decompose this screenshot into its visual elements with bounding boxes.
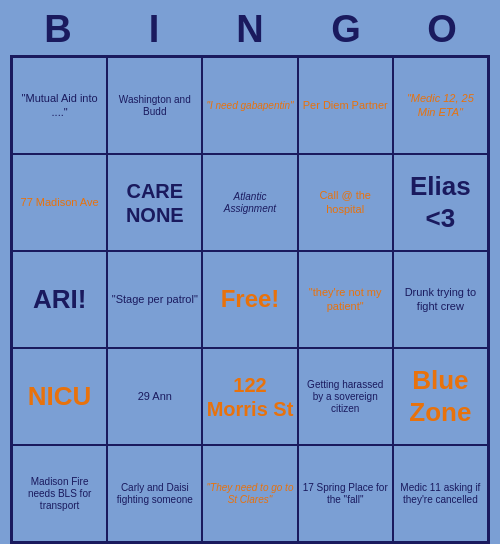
bingo-cell: Washington and Budd — [107, 57, 202, 154]
title-letter: B — [28, 8, 88, 51]
title-letter: I — [124, 8, 184, 51]
bingo-cell: Medic 11 asking if they're cancelled — [393, 445, 488, 542]
bingo-cell: Per Diem Partner — [298, 57, 393, 154]
bingo-cell: ARI! — [12, 251, 107, 348]
bingo-cell: 77 Madison Ave — [12, 154, 107, 251]
bingo-cell: "I need gabapentin" — [202, 57, 297, 154]
title-letter: O — [412, 8, 472, 51]
bingo-cell: "They need to go to St Clares" — [202, 445, 297, 542]
bingo-cell: Atlantic Assignment — [202, 154, 297, 251]
bingo-title: BINGO — [10, 0, 490, 55]
bingo-cell: NICU — [12, 348, 107, 445]
bingo-cell: Carly and Daisi fighting someone — [107, 445, 202, 542]
bingo-cell: "Medic 12, 25 Min ETA" — [393, 57, 488, 154]
bingo-grid: "Mutual Aid into ...."Washington and Bud… — [10, 55, 490, 544]
bingo-cell: 29 Ann — [107, 348, 202, 445]
bingo-cell: CARE NONE — [107, 154, 202, 251]
bingo-cell: Elias <3 — [393, 154, 488, 251]
bingo-cell: Getting harassed by a sovereign citizen — [298, 348, 393, 445]
bingo-cell: Free! — [202, 251, 297, 348]
bingo-cell: Madison Fire needs BLS for transport — [12, 445, 107, 542]
title-letter: N — [220, 8, 280, 51]
bingo-cell: Call @ the hospital — [298, 154, 393, 251]
bingo-cell: 17 Spring Place for the "fall" — [298, 445, 393, 542]
bingo-cell: 122 Morris St — [202, 348, 297, 445]
bingo-cell: "they're not my patient" — [298, 251, 393, 348]
bingo-cell: Blue Zone — [393, 348, 488, 445]
bingo-cell: Drunk trying to fight crew — [393, 251, 488, 348]
bingo-cell: "Stage per patrol" — [107, 251, 202, 348]
title-letter: G — [316, 8, 376, 51]
bingo-cell: "Mutual Aid into ...." — [12, 57, 107, 154]
